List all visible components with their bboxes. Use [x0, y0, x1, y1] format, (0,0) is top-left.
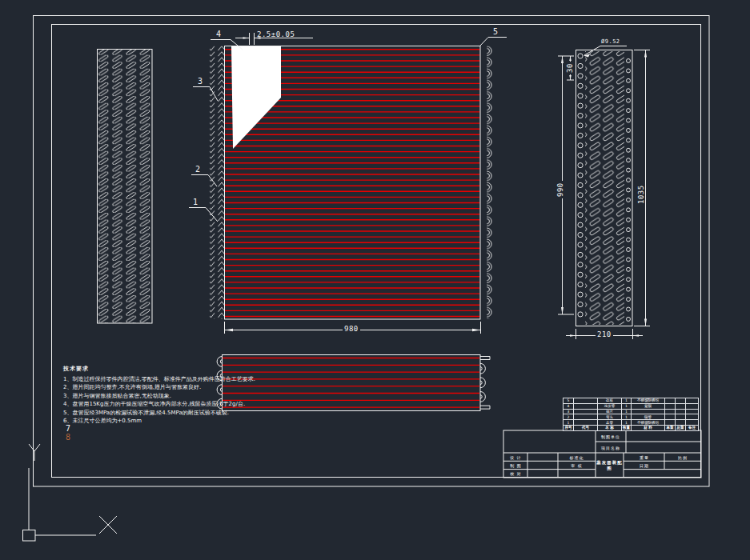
- stray-text-8: 8: [66, 433, 70, 442]
- tube-hole: [627, 188, 631, 192]
- bom-cell: [665, 398, 675, 403]
- tube-hole: [578, 113, 583, 118]
- tube-hole: [627, 208, 631, 212]
- bom-cell: 盘管: [598, 420, 621, 425]
- tb-draft-label: 制 图: [505, 462, 527, 470]
- tube-hole: [578, 94, 583, 98]
- tube-hole: [578, 123, 583, 128]
- tube-hole: [627, 307, 631, 311]
- tube-hole: [578, 222, 583, 227]
- tube-hole: [578, 173, 583, 178]
- bom-cell: [686, 420, 698, 425]
- bom-header-cell: 代号: [574, 426, 597, 430]
- dim-plate-height: 1035: [637, 185, 645, 204]
- tube-hole: [627, 98, 631, 102]
- bom-header-cell: 单重: [665, 426, 675, 430]
- tube-hole: [627, 218, 631, 222]
- tube-hole: [578, 74, 583, 78]
- tube-hole: [627, 89, 631, 93]
- bom-cell: [676, 420, 685, 425]
- u-bend-right: [480, 363, 485, 374]
- bom-cell: 1: [622, 398, 631, 403]
- tube-hole: [578, 193, 583, 198]
- bom-cell: [686, 414, 698, 419]
- u-bend-right: [480, 378, 485, 388]
- callout-3: 3: [198, 77, 203, 86]
- bom-cell: 1: [622, 410, 631, 414]
- note-line: 5、盘管应经3MPa的检漏试验不泄漏,经4.5MPa的耐压试验不破裂.: [63, 409, 255, 417]
- bom-cell: [665, 420, 675, 425]
- fin-detail-view: [98, 50, 153, 324]
- notes-list: 1、制造过程保持零件内腔清洁,零配件、标准件产品及外购件应符合工艺要求.2、翅片…: [63, 375, 255, 425]
- notes-title: 技术要求: [63, 365, 255, 373]
- top-view-tubes: [223, 358, 479, 408]
- drawing-linework: [0, 0, 750, 560]
- tube-hole: [578, 153, 583, 158]
- bom-cell: [574, 420, 597, 425]
- side-louvers: [585, 51, 624, 325]
- note-line: 1、制造过程保持零件内腔清洁,零配件、标准件产品及外购件应符合工艺要求.: [63, 375, 255, 383]
- tube-hole: [627, 238, 631, 242]
- tb-scale-label: 比例: [665, 454, 700, 461]
- bom-cell: [665, 410, 675, 414]
- tube-hole: [627, 247, 631, 251]
- bom-cell: 不锈钢防锈铝: [632, 398, 664, 403]
- bom-cell: [574, 410, 597, 414]
- top-view: [217, 355, 490, 411]
- tube-hole: [627, 59, 631, 63]
- callout-2: 2: [195, 165, 200, 174]
- tube-hole: [627, 158, 631, 162]
- bom-cell: [632, 410, 664, 414]
- cad-model-space[interactable]: 2.5±0.05 980 Ø9.52 30 990 1035 210 1 2 3…: [0, 0, 750, 560]
- tb-check-label: 校 对: [505, 470, 527, 478]
- dim-fin-pitch: 2.5±0.05: [257, 30, 295, 38]
- note-line: 4、盘管用15Kg压力的干燥压缩空气吹净内部水分,残留杂质应小于2g/台.: [63, 400, 255, 408]
- fin-edge-strip: [210, 46, 224, 319]
- ucs-icon: [23, 444, 118, 541]
- tube-hole: [578, 242, 583, 247]
- tube-hole: [578, 63, 583, 68]
- tube-hole: [627, 168, 631, 172]
- note-line: 6、未注尺寸公差均为+0.5mm: [63, 417, 255, 425]
- bom-cell: 2: [564, 414, 573, 419]
- tube-hole: [627, 138, 631, 142]
- tube-hole: [578, 292, 583, 297]
- bom-cell: [665, 414, 675, 419]
- bom-cell: [665, 404, 675, 409]
- note-line: 3、翅片与铜管胀接后贴合紧密,无松动现象.: [63, 392, 255, 400]
- tube-stub: [480, 357, 490, 360]
- technical-notes: 技术要求 1、制造过程保持零件内腔清洁,零配件、标准件产品及外购件应符合工艺要求…: [63, 365, 255, 425]
- side-view: [576, 50, 633, 326]
- tube-hole: [578, 302, 583, 306]
- bom-table: 5边板1不锈钢防锈铝4连接管1紫铜3翅片12弯头1铜管1盘管1不锈钢防锈铝序号代…: [563, 398, 699, 431]
- tube-hole: [627, 118, 631, 122]
- bom-header-cell: 数量: [622, 426, 631, 430]
- tube-hole: [578, 312, 583, 317]
- bom-cell: [676, 410, 685, 414]
- bom-cell: [574, 414, 597, 419]
- tube-hole: [578, 182, 583, 187]
- bom-cell: 1: [622, 420, 631, 425]
- top-view-bends: [217, 357, 490, 410]
- breakout-wipeout: [231, 46, 281, 150]
- dim-plate-width: 210: [596, 330, 613, 338]
- bom-header-cell: 名 称: [598, 426, 621, 430]
- tube-hole: [578, 202, 583, 207]
- bom-cell: [676, 398, 685, 403]
- tube-hole: [578, 252, 583, 257]
- bom-cell: 弯头: [598, 414, 621, 419]
- callout-5: 5: [493, 27, 498, 36]
- tube-hole: [627, 109, 631, 113]
- bom-header-cell: 材 料: [632, 426, 664, 430]
- tb-design-label: 设 计: [505, 454, 527, 461]
- bom-cell: 连接管: [598, 404, 621, 409]
- tb-drawing-title: 蒸发器装配图: [596, 454, 623, 477]
- dim-hole-diameter: Ø9.52: [601, 38, 620, 45]
- tube-hole: [627, 298, 631, 302]
- tb-date-label: 日期: [625, 462, 664, 470]
- tube-hole: [578, 163, 583, 168]
- dim-hole-span: 990: [556, 181, 564, 198]
- bom-cell: 1: [622, 404, 631, 409]
- u-bend-right: [480, 392, 485, 402]
- tube-hole: [627, 198, 631, 202]
